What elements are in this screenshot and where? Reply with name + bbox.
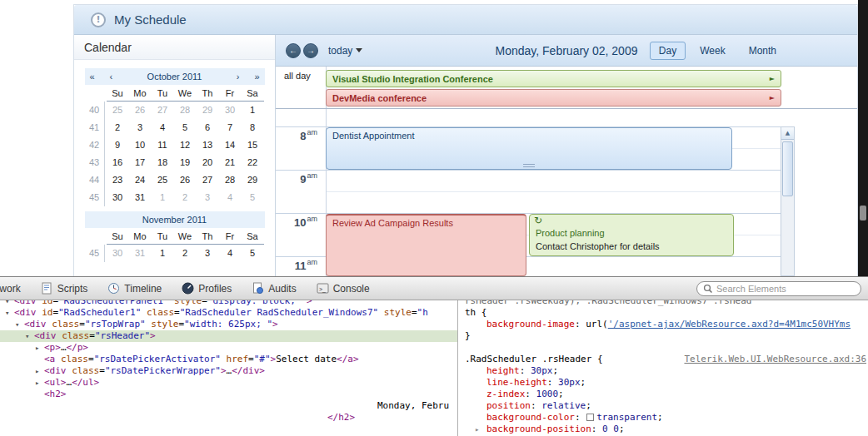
day-cell[interactable]: 1 (152, 189, 174, 206)
dom-node[interactable]: ▾<div id="RadScheduler1" class="RadSched… (0, 307, 457, 319)
day-cell[interactable]: 6 (197, 119, 219, 136)
day-cell[interactable]: 2 (107, 119, 129, 136)
prev-day-button[interactable]: ← (286, 43, 301, 58)
collapse-icon[interactable]: ▾ (25, 330, 34, 342)
day-cell[interactable]: 23 (107, 171, 129, 189)
day-cell[interactable]: 29 (197, 102, 219, 119)
fast-prev-icon[interactable]: « (90, 68, 95, 85)
tab-twork[interactable]: twork (0, 283, 21, 295)
day-cell[interactable]: 3 (197, 245, 219, 262)
dom-node[interactable]: ▾<div class="rsTopWrap" style="width: 62… (0, 319, 457, 330)
dom-node[interactable]: ▸<div class="rsDatePickerWrapper">…</div… (0, 365, 457, 377)
event[interactable]: Review Ad Campaign Results (326, 214, 526, 276)
prev-icon[interactable]: ‹ (110, 68, 113, 85)
scheduler-scrollbar[interactable]: ▲ (781, 126, 795, 276)
expand-arrow-icon[interactable]: ► (770, 75, 775, 82)
day-cell[interactable]: 22 (242, 154, 264, 171)
expand-arrow-icon[interactable]: ► (770, 94, 775, 102)
day-cell[interactable]: 1 (152, 245, 174, 262)
dom-node[interactable]: ▾<div class="rsHeader"> (0, 330, 457, 342)
day-cell[interactable]: 16 (107, 154, 129, 171)
day-cell[interactable]: 28 (174, 102, 197, 119)
month-label[interactable]: November 2011 (142, 215, 207, 225)
event[interactable]: Dentist Appointment (326, 127, 732, 170)
day-cell[interactable]: 31 (129, 245, 152, 262)
fast-next-icon[interactable]: » (254, 68, 259, 85)
style-line[interactable]: .RadScheduler .rsHeader {Telerik.Web.UI.… (465, 354, 868, 365)
scroll-up-icon[interactable]: ▲ (781, 127, 794, 140)
window-scrollbar-thumb[interactable] (860, 206, 866, 220)
day-cell[interactable]: 1 (242, 102, 264, 119)
dom-node[interactable]: Monday, Febru (0, 400, 457, 412)
day-cell[interactable]: 31 (129, 189, 152, 206)
style-line[interactable]: line-height: 30px; (465, 377, 868, 389)
day-cell[interactable]: 8 (242, 119, 264, 136)
day-cell[interactable]: 7 (219, 119, 242, 136)
dom-node[interactable]: </h2> (0, 412, 457, 424)
day-cell[interactable]: 5 (242, 189, 264, 206)
day-cell[interactable]: 9 (107, 136, 129, 154)
style-line[interactable]: background-image: url('/aspnet-ajax/WebR… (465, 319, 868, 330)
today-dropdown[interactable]: today (328, 45, 362, 57)
tab-console[interactable]: >_Console (317, 282, 370, 295)
style-line[interactable]: background-color: transparent; (465, 412, 868, 424)
style-line[interactable] (465, 342, 868, 354)
day-cell[interactable]: 3 (197, 189, 219, 206)
style-line[interactable]: ▸background-position: 0 0; (465, 424, 868, 435)
dom-node[interactable]: <h2> (0, 389, 457, 400)
day-cell[interactable]: 24 (129, 171, 152, 189)
expand-icon[interactable]: ▸ (35, 377, 44, 389)
next-icon[interactable]: › (237, 68, 240, 85)
resource-link[interactable]: '/aspnet-ajax/WebResource.axd?d=4M1mc50V… (608, 319, 851, 330)
day-cell[interactable]: 30 (219, 102, 242, 119)
allday-event[interactable]: DevMedia conference► (326, 89, 781, 107)
day-cell[interactable]: 26 (129, 102, 152, 119)
style-line[interactable]: rsHeader .rsWeekday), .RadScheduler_Wind… (465, 300, 868, 307)
dom-node[interactable]: <a class="rsDatePickerActivator" href="#… (0, 354, 457, 365)
collapse-icon[interactable]: ▾ (5, 300, 14, 307)
day-cell[interactable]: 29 (242, 171, 264, 189)
style-line[interactable]: th { (465, 307, 868, 319)
dom-node[interactable]: ▸<p>…</p> (0, 342, 457, 354)
stylesheet-link[interactable]: Telerik.Web.UI.WebResource.axd:36 (684, 354, 866, 365)
day-cell[interactable]: 28 (219, 171, 242, 189)
day-cell[interactable]: 11 (152, 136, 174, 154)
collapse-icon[interactable]: ▾ (5, 307, 14, 319)
expand-icon[interactable]: ▸ (475, 424, 479, 435)
color-swatch[interactable] (586, 414, 594, 421)
allday-event[interactable]: Visual Studio Integration Conference► (326, 70, 781, 87)
expand-icon[interactable]: ▸ (35, 342, 44, 354)
day-cell[interactable]: 26 (174, 171, 197, 189)
tab-timeline[interactable]: Timeline (107, 282, 162, 295)
day-cell[interactable]: 30 (107, 189, 129, 206)
day-cell[interactable]: 25 (107, 102, 129, 119)
event[interactable]: ↻Product planningContact Christopher for… (529, 214, 734, 256)
day-cell[interactable]: 4 (219, 189, 242, 206)
expand-icon[interactable]: ▸ (35, 365, 44, 377)
day-cell[interactable]: 27 (197, 171, 219, 189)
dom-node[interactable]: ▸<ul>…</ul> (0, 377, 457, 389)
view-tab-week[interactable]: Week (691, 42, 734, 60)
day-cell[interactable]: 30 (107, 245, 129, 262)
view-tab-month[interactable]: Month (740, 42, 786, 60)
style-line[interactable]: position: relative; (465, 400, 868, 412)
day-cell[interactable]: 5 (242, 245, 264, 262)
day-cell[interactable]: 2 (174, 245, 197, 262)
day-cell[interactable]: 5 (174, 119, 197, 136)
day-cell[interactable]: 27 (152, 102, 174, 119)
day-cell[interactable]: 15 (242, 136, 264, 154)
style-line[interactable]: } (465, 330, 868, 342)
day-cell[interactable]: 25 (152, 171, 174, 189)
devtools-search[interactable] (696, 281, 861, 296)
style-line[interactable]: z-index: 1000; (465, 389, 868, 400)
day-cell[interactable]: 17 (129, 154, 152, 171)
tab-audits[interactable]: Audits (252, 282, 296, 295)
day-cell[interactable]: 19 (174, 154, 197, 171)
day-cell[interactable]: 2 (174, 189, 197, 206)
day-cell[interactable]: 21 (219, 154, 242, 171)
collapse-icon[interactable]: ▾ (15, 319, 24, 330)
next-day-button[interactable]: → (303, 43, 318, 58)
day-cell[interactable]: 12 (174, 136, 197, 154)
scroll-thumb[interactable] (782, 141, 793, 196)
resize-handle[interactable] (523, 164, 535, 167)
